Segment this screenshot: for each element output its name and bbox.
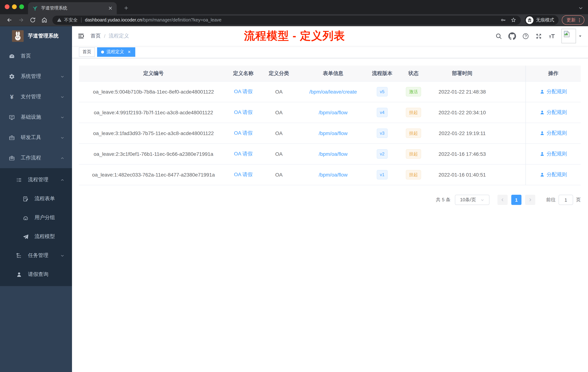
definition-name-link[interactable]: OA 请假: [234, 109, 253, 116]
bookmark-star-icon[interactable]: [511, 17, 516, 23]
assign-rule-link[interactable]: 分配规则: [540, 171, 567, 178]
sidebar-menu: 首页系统管理¥支付管理基础设施研发工具工作流程流程管理流程表单用户分组流程模型任…: [0, 46, 72, 286]
tab-close-icon[interactable]: [108, 5, 113, 11]
avatar-caret-icon[interactable]: [578, 34, 582, 38]
main-area: 首页 / 流程定义 流程模型 - 定义列表 首页: [72, 26, 588, 372]
version-badge: v2: [377, 149, 388, 159]
sidebar-item-workflow[interactable]: 工作流程: [0, 148, 72, 168]
sidebar-item-user-group[interactable]: 用户分组: [0, 208, 72, 227]
pagination-total: 共 5 条: [436, 197, 451, 203]
tab-search-chevron-icon[interactable]: [578, 5, 583, 11]
zoom-window-button[interactable]: [19, 4, 24, 9]
sidebar-item-label: 首页: [21, 53, 31, 59]
window-controls[interactable]: [5, 4, 24, 9]
cell-deploy-time: 2022-01-22 21:48:38: [430, 82, 495, 102]
sidebar-item-label: 系统管理: [21, 73, 41, 80]
sidebar-item-infra[interactable]: 基础设施: [0, 107, 72, 127]
sidebar-item-process-form[interactable]: 流程表单: [0, 189, 72, 208]
definition-name-link[interactable]: OA 请假: [234, 151, 253, 157]
chevron-up-icon: [60, 156, 65, 160]
sidebar-submenu: 流程管理流程表单用户分组流程模型任务管理请假查询: [0, 168, 72, 286]
cell-status: 激活: [398, 82, 430, 102]
brand-title: 芋道管理系统: [28, 33, 59, 39]
sidebar-item-home[interactable]: 首页: [0, 46, 72, 66]
sidebar-logo[interactable]: 芋道管理系统: [0, 26, 72, 46]
fullscreen-icon[interactable]: [535, 33, 542, 40]
goto-page-input[interactable]: [558, 195, 573, 205]
breadcrumb: 首页 / 流程定义: [91, 33, 129, 39]
cell-category: OA: [259, 102, 299, 123]
list-tree-icon: [16, 177, 22, 183]
cell-category: OA: [259, 144, 299, 164]
minimize-window-button[interactable]: [12, 4, 17, 9]
forward-icon[interactable]: [18, 17, 24, 23]
definition-table: 定义编号定义名称定义分类表单信息流程版本状态部署时间操作 oa_leave:5:…: [79, 66, 581, 185]
help-icon[interactable]: [522, 33, 529, 40]
sidebar-item-task-mgmt[interactable]: 任务管理: [0, 246, 72, 265]
reload-icon[interactable]: [30, 17, 36, 23]
tag-home[interactable]: 首页: [79, 47, 95, 57]
sidebar-item-payment[interactable]: ¥支付管理: [0, 87, 72, 107]
font-size-icon[interactable]: [548, 33, 555, 40]
key-icon[interactable]: [500, 17, 506, 23]
browser-toolbar: 不安全 dashboard.yudao.iocoder.cn/bpm/manag…: [0, 14, 588, 26]
home-icon[interactable]: [41, 17, 48, 23]
cell-category: OA: [259, 82, 299, 102]
tag-close-icon[interactable]: [127, 50, 131, 54]
sidebar-item-devtools[interactable]: 研发工具: [0, 127, 72, 148]
cell-version: v4: [367, 102, 398, 123]
breadcrumb-home[interactable]: 首页: [91, 33, 101, 39]
definition-name-link[interactable]: OA 请假: [234, 88, 253, 95]
assign-rule-link[interactable]: 分配规则: [540, 109, 567, 116]
tags-view: 首页 流程定义: [72, 46, 588, 58]
cell-form-info: /bpm/oa/flow: [299, 144, 367, 164]
warning-icon[interactable]: [57, 17, 62, 22]
sidebar-item-label: 流程表单: [34, 196, 55, 202]
form-link[interactable]: /bpm/oa/flow: [319, 109, 348, 115]
form-link[interactable]: /bpm/oa/leave/create: [309, 89, 357, 95]
broken-image-icon: [563, 30, 571, 38]
github-icon[interactable]: [508, 32, 516, 40]
sidebar: 芋道管理系统 首页系统管理¥支付管理基础设施研发工具工作流程流程管理流程表单用户…: [0, 26, 72, 372]
divider: [81, 17, 81, 22]
assign-rule-link[interactable]: 分配规则: [540, 88, 567, 95]
form-link[interactable]: /bpm/oa/flow: [319, 130, 348, 136]
next-page-button[interactable]: [525, 195, 535, 205]
back-icon[interactable]: [6, 17, 13, 23]
assign-rule-link[interactable]: 分配规则: [540, 130, 567, 136]
browser-tab[interactable]: 芋道管理系统: [28, 2, 117, 14]
prev-page-button[interactable]: [497, 195, 508, 205]
hamburger-icon[interactable]: [77, 33, 85, 40]
assign-rule-link[interactable]: 分配规则: [540, 151, 567, 157]
sidebar-item-process-mgmt[interactable]: 流程管理: [0, 170, 72, 189]
search-icon[interactable]: [495, 33, 502, 40]
form-link[interactable]: /bpm/oa/flow: [319, 172, 348, 178]
cell-deploy-time: 2022-01-16 17:46:53: [430, 144, 495, 164]
browser-tab-strip: 芋道管理系统: [0, 0, 588, 14]
cell-actions: 分配规则: [525, 102, 581, 123]
browser-menu-icon[interactable]: [577, 17, 582, 23]
form-link[interactable]: /bpm/oa/flow: [319, 151, 348, 157]
status-badge: 挂起: [406, 129, 421, 138]
page-size-select[interactable]: 10条/页: [455, 195, 489, 205]
sidebar-item-leave-query[interactable]: 请假查询: [0, 265, 72, 284]
cell-definition-name: OA 请假: [228, 102, 259, 123]
table-row: oa_leave:2:3c1f0ef1-76b1-11ec-9c66-a2380…: [79, 144, 581, 164]
close-window-button[interactable]: [5, 4, 10, 9]
new-tab-button[interactable]: [122, 4, 130, 12]
incognito-icon: [526, 16, 534, 24]
definition-name-link[interactable]: OA 请假: [234, 130, 253, 136]
current-page-button[interactable]: 1: [511, 195, 521, 205]
security-label[interactable]: 不安全: [64, 17, 78, 23]
chevron-down-icon: [480, 198, 484, 202]
definition-name-link[interactable]: OA 请假: [234, 171, 253, 178]
sidebar-item-process-model[interactable]: 流程模型: [0, 227, 72, 246]
navbar: 首页 / 流程定义 流程模型 - 定义列表: [72, 26, 588, 46]
cell-version: v2: [367, 144, 398, 164]
avatar[interactable]: [561, 29, 576, 43]
tag-process-definition[interactable]: 流程定义: [97, 47, 135, 57]
cell-definition-id: oa_leave:1:482ec033-762a-11ec-8477-a2380…: [79, 164, 228, 185]
update-button[interactable]: 更新: [562, 15, 584, 25]
sidebar-item-system[interactable]: 系统管理: [0, 66, 72, 87]
address-bar[interactable]: 不安全 dashboard.yudao.iocoder.cn/bpm/manag…: [52, 15, 521, 25]
